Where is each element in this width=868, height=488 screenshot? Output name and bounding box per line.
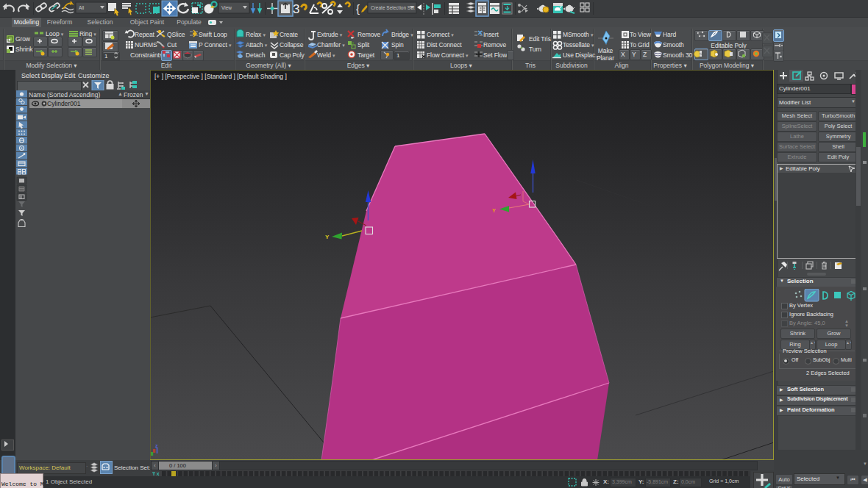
svg-text:Create Selection Set: Create Selection Set [371, 5, 415, 10]
svg-text:Y: Y [325, 234, 330, 240]
svg-text:z: z [155, 443, 158, 448]
svg-text:Y: Y [492, 207, 496, 214]
svg-text:3: 3 [293, 2, 299, 16]
svg-text:All: All [79, 5, 85, 10]
svg-text:{: { [356, 2, 360, 15]
svg-text:View: View [221, 5, 232, 10]
